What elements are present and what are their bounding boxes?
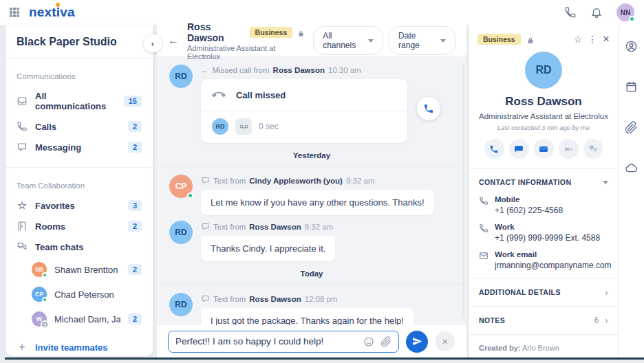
sidebar-item-all-communications[interactable]: All communications 15 <box>6 86 153 116</box>
right-icon-rail <box>618 25 644 358</box>
section-label-team-collaboration: Team Collaboration <box>6 168 153 195</box>
presence-dot <box>42 272 47 278</box>
sidebar-chat-michael-dam-group[interactable]: W 3 Michael Dam, Jacquelin... 2 <box>6 307 153 331</box>
message-input[interactable] <box>175 336 357 346</box>
contact-job-title: Administrative Assistant at Electrolux <box>469 112 618 120</box>
business-badge: Business <box>477 34 521 45</box>
app-switcher-icon[interactable] <box>10 8 19 17</box>
phone-icon <box>479 223 489 233</box>
message-list[interactable]: RD ← Missed call from Ross Dawson 10:30 … <box>157 56 466 325</box>
dropdown-label: Date range <box>398 31 436 50</box>
call-missed-icon <box>212 88 226 102</box>
created-by-label: Created by: <box>479 344 521 352</box>
additional-details-header[interactable]: ADDITIONAL DETAILS › <box>469 278 618 306</box>
team-chat-button[interactable] <box>583 139 603 159</box>
date-range-dropdown[interactable]: Date range <box>389 26 455 55</box>
contact-info-row-mobile: Mobile +1 (602) 225-4568 <box>469 195 618 223</box>
unread-badge: 2 <box>128 264 142 275</box>
call-back-button[interactable] <box>417 97 440 120</box>
user-avatar[interactable]: NN <box>616 3 634 21</box>
sidebar: Black Paper Studio ‹ Communications All … <box>6 25 153 356</box>
sidebar-chat-shawn-brentton[interactable]: SB Shawn Brentton 2 <box>6 257 153 282</box>
sidebar-item-label: Calls <box>35 122 56 132</box>
envelope-icon <box>479 251 489 261</box>
sidebar-item-rooms[interactable]: Rooms 2 <box>6 216 153 236</box>
missed-call-card[interactable]: Call missed RD 0 sec <box>201 79 407 143</box>
email-button[interactable] <box>534 139 554 159</box>
sidebar-item-team-chats[interactable]: Team chats <box>6 236 153 257</box>
favorite-star-icon[interactable]: ☆ <box>574 34 583 44</box>
bottom-divider <box>5 358 644 360</box>
emoji-icon[interactable] <box>363 336 374 347</box>
sidebar-item-messaging[interactable]: Messaging 2 <box>6 137 153 157</box>
contact-quick-actions <box>469 139 618 159</box>
top-bar: nextiva NN <box>0 0 644 25</box>
team-chats-icon <box>17 241 28 252</box>
notes-header[interactable]: NOTES 6 › <box>469 307 618 334</box>
contact-profile-icon[interactable] <box>625 40 638 53</box>
back-arrow-icon[interactable]: ← <box>168 34 179 47</box>
message-bubble: Thanks Cindy. I appreciate it. <box>201 236 335 261</box>
phone-number[interactable]: +1 (602) 225-4568 <box>495 206 563 215</box>
voicemail-icon <box>235 118 252 135</box>
send-button[interactable] <box>406 331 428 353</box>
video-call-button[interactable] <box>559 139 579 159</box>
avatar: CP <box>169 175 193 198</box>
chevron-right-icon: › <box>605 287 608 297</box>
dropdown-label: All channels <box>323 31 363 50</box>
business-badge: Business <box>250 27 293 38</box>
close-panel-icon[interactable]: × <box>603 33 610 45</box>
avatar: SB <box>32 262 47 277</box>
section-title: CONTACT INFORMATION <box>479 178 571 186</box>
chevron-right-icon: › <box>605 316 608 325</box>
message-meta: Text from Ross Dawson 9:32 am <box>201 221 335 231</box>
sidebar-item-label: Rooms <box>35 221 65 232</box>
section-title: NOTES <box>479 316 505 324</box>
phone-icon[interactable] <box>564 6 577 19</box>
date-divider-today: Today <box>157 270 466 285</box>
field-label: Work <box>495 223 600 231</box>
all-channels-dropdown[interactable]: All channels <box>313 26 383 55</box>
unread-badge: 2 <box>128 142 142 153</box>
text-message-icon <box>201 176 210 185</box>
sidebar-collapse-button[interactable]: ‹ <box>144 34 162 52</box>
chat-name: Chad Peterson <box>54 289 114 300</box>
sidebar-item-favorites[interactable]: ☆ Favorites 3 <box>6 195 153 216</box>
created-by-value: Arlo Brown <box>522 344 559 352</box>
phone-number[interactable]: +1 (999) 999-9999 Ext. 4588 <box>495 233 600 243</box>
lock-icon <box>526 35 535 43</box>
chevron-down-icon <box>368 39 374 43</box>
conversation-title-block: Ross Dawson Business Administrative Assi… <box>187 21 305 60</box>
call-button[interactable] <box>484 139 504 159</box>
contact-info-row-email: Work email jrmanning@companyname.com <box>469 250 618 278</box>
calendar-icon[interactable] <box>625 80 638 94</box>
sidebar-chat-chad-peterson[interactable]: CP Chad Peterson <box>6 282 153 307</box>
notifications-bell-icon[interactable] <box>590 6 603 19</box>
contact-information-header[interactable]: CONTACT INFORMATION <box>469 169 618 195</box>
close-icon: × <box>442 336 447 347</box>
group-count-badge: 3 <box>41 320 49 329</box>
timestamp: 12:08 pm <box>305 295 338 303</box>
sidebar-item-calls[interactable]: Calls 2 <box>6 116 153 137</box>
conversation-panel: ← Ross Dawson Business Administrative As… <box>157 25 466 358</box>
nextiva-logo[interactable]: nextiva <box>29 5 75 20</box>
attachment-paperclip-icon[interactable] <box>380 336 391 347</box>
unread-badge: 3 <box>128 200 142 211</box>
contact-name: Ross Dawson <box>469 95 618 109</box>
message-button[interactable] <box>509 139 529 159</box>
plus-icon: + <box>17 341 28 353</box>
email-address[interactable]: jrmanning@companyname.com <box>495 261 612 270</box>
message-input-container <box>168 331 399 353</box>
date-divider-yesterday: Yesterday <box>157 151 466 166</box>
scrollbar[interactable] <box>462 63 464 318</box>
cloud-icon[interactable] <box>625 162 638 175</box>
avatar: RD <box>169 65 193 88</box>
logo-text: nextiva <box>29 5 75 19</box>
star-icon: ☆ <box>17 200 28 211</box>
contact-avatar: RD <box>525 52 562 89</box>
phone-icon <box>17 121 28 132</box>
attachments-paperclip-icon[interactable] <box>625 121 638 134</box>
close-composer-button[interactable]: × <box>435 331 455 351</box>
more-options-kebab-icon[interactable]: ⋮ <box>588 34 597 44</box>
section-label-communications: Communications <box>6 58 153 86</box>
